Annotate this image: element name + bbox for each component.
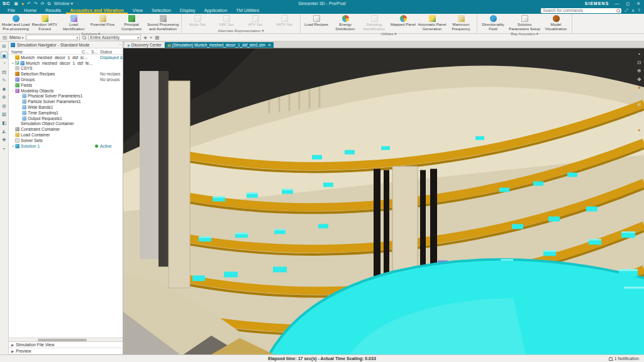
maximum-frequency-report-button[interactable]: Maximum Frequency Report bbox=[447, 14, 475, 31]
tab-discovery-center[interactable]: ◈ Discovery Center bbox=[125, 42, 164, 48]
scrollbar-thumb[interactable] bbox=[38, 339, 87, 341]
navigator-column-headers[interactable]: Name C... S... Status bbox=[9, 48, 123, 55]
command-search-input[interactable] bbox=[543, 8, 614, 13]
undock-panel-icon[interactable]: ▫ bbox=[119, 43, 121, 47]
tab-tm-utilities[interactable]: TM Utilities bbox=[232, 7, 263, 14]
minimize-ribbon-icon[interactable]: ∧ bbox=[631, 8, 635, 13]
tree-row-load-container[interactable]: Load Container bbox=[9, 132, 123, 138]
viewport-3d-scene[interactable]: • ⊡ ⊕ ✥ ● ◫ ⊞ ◎ ◔ ✦ bbox=[123, 48, 644, 354]
expander[interactable]: − bbox=[11, 89, 15, 92]
notification-button[interactable]: 1 Notification bbox=[609, 356, 644, 361]
group-label-utilities[interactable]: Utilities ▾ bbox=[302, 31, 475, 36]
toolbar-search-icon[interactable] bbox=[82, 36, 86, 39]
close-button[interactable]: ✕ bbox=[635, 1, 641, 6]
tab-display[interactable]: Display bbox=[176, 7, 199, 14]
xy-function-navigator-icon[interactable]: ▤ bbox=[1, 69, 8, 75]
show-hide-icon[interactable]: ▦ bbox=[155, 35, 159, 40]
save-icon[interactable]: ● bbox=[21, 1, 24, 6]
mode-set-button[interactable]: Mode Set bbox=[183, 14, 212, 27]
atv-set-button[interactable]: ATV Set bbox=[241, 14, 270, 27]
undo-icon[interactable]: ↶ bbox=[27, 1, 31, 6]
command-search-box[interactable] bbox=[541, 8, 621, 13]
mapped-panel-button[interactable]: Mapped Panel bbox=[389, 14, 418, 27]
fit-view-icon[interactable]: ⊡ bbox=[636, 59, 643, 66]
tab-home[interactable]: Home bbox=[20, 7, 40, 14]
principal-component-button[interactable]: Principal Component bbox=[117, 14, 146, 31]
constraint-navigator-icon[interactable]: ⊕ bbox=[1, 94, 8, 101]
zoom-icon[interactable]: ⊕ bbox=[636, 67, 643, 74]
tree-row-output-requests[interactable]: Output Requests1 bbox=[9, 116, 123, 121]
search-icon[interactable] bbox=[616, 9, 619, 12]
minimize-button[interactable]: — bbox=[613, 1, 620, 6]
energy-distribution-table-button[interactable]: Energy Distribution Table bbox=[331, 14, 360, 31]
tree-row-constraint-container[interactable]: Constraint Container bbox=[9, 126, 123, 132]
tree-row-fields[interactable]: Fields bbox=[9, 82, 123, 88]
perspective-icon[interactable]: ◎ bbox=[636, 110, 643, 117]
damping-identification-button[interactable]: Damping Identification bbox=[360, 14, 389, 31]
sound-processing-auralization-button[interactable]: Sound Processing and Auralization bbox=[146, 14, 180, 31]
tab-simulation-document[interactable]: ▤ (Simulation) Munich_meshed_decor_1_dsf… bbox=[165, 42, 274, 48]
frf-set-button[interactable]: FRF Set bbox=[212, 14, 241, 27]
part-navigator-icon[interactable]: ✎ bbox=[1, 77, 8, 84]
expander[interactable]: + bbox=[11, 144, 15, 148]
tab-selection[interactable]: Selection bbox=[148, 7, 175, 14]
tree-row-csys[interactable]: CSYS bbox=[9, 66, 123, 72]
redo-icon[interactable]: ↷ bbox=[34, 1, 38, 6]
tab-results[interactable]: Results bbox=[42, 7, 65, 14]
selection-filter-combo[interactable]: ▾ bbox=[26, 35, 80, 40]
reuse-library-icon[interactable]: ▧ bbox=[1, 111, 8, 118]
tree-row-selection-recipes[interactable]: Selection Recipes No recipes bbox=[9, 71, 123, 77]
materials-icon[interactable]: ◍ bbox=[1, 102, 8, 109]
model-visualization-button[interactable]: Model Visualization bbox=[541, 14, 570, 31]
tree-row-particle-solver-parameters[interactable]: Particle Solver Parameters1 bbox=[9, 99, 123, 104]
simulation-file-view-section[interactable]: ▶ Simulation File View bbox=[9, 342, 123, 348]
help-icon[interactable]: ? bbox=[638, 8, 640, 13]
tree-row-solution-1[interactable]: + Solution 1 Active bbox=[9, 143, 123, 149]
tree-row-sim-file[interactable]: Munich_meshed_decor_1_dsf_sim1.sim Displ… bbox=[9, 55, 123, 60]
directionality-field-button[interactable]: Directionality Field bbox=[479, 14, 508, 31]
potential-flow-button[interactable]: Potential Flow bbox=[88, 14, 117, 27]
load-identification-button[interactable]: Load Identification bbox=[59, 14, 88, 31]
tree-row-modeling-objects[interactable]: − Modeling Objects bbox=[9, 88, 123, 94]
tree-row-groups[interactable]: Groups No groups bbox=[9, 77, 123, 82]
post-processing-navigator-icon[interactable]: ◔ bbox=[1, 60, 8, 67]
selection-scope-combo[interactable]: Entire Assembly▾ bbox=[88, 35, 141, 40]
render-style-icon[interactable]: ✦ bbox=[636, 127, 643, 134]
tree-row-physical-solver-parameters[interactable]: Physical Solver Parameters1 bbox=[9, 94, 123, 99]
load-recipes-button[interactable]: Load Recipes bbox=[302, 14, 331, 27]
wireframe-icon[interactable]: ⊞ bbox=[636, 101, 643, 108]
restore-button[interactable]: ◻ bbox=[625, 1, 631, 6]
tab-application[interactable]: Application bbox=[200, 7, 231, 14]
highlight-selection-icon[interactable]: ◈ bbox=[143, 35, 147, 40]
snap-point-icon[interactable]: ⌖ bbox=[150, 35, 152, 41]
concert-hall-model[interactable] bbox=[123, 48, 644, 354]
history-icon[interactable]: ◧ bbox=[1, 119, 8, 126]
tree-row-time-sampling[interactable]: Time Sampling1 bbox=[9, 110, 123, 116]
close-tab-icon[interactable]: ✕ bbox=[268, 43, 271, 48]
random-vatv-forced-response-button[interactable]: Random VATV Forced Response bbox=[30, 14, 59, 31]
repeat-command-icon[interactable]: ⟳ bbox=[41, 1, 45, 6]
qat-customize-icon[interactable]: ▾ bbox=[76, 2, 78, 6]
tab-acoustics-and-vibration[interactable]: Acoustics and Vibration bbox=[66, 7, 128, 14]
vatv-set-button[interactable]: VATV Set bbox=[270, 14, 299, 27]
view-manipulation-icon[interactable]: • bbox=[636, 50, 643, 57]
pan-icon[interactable]: ✥ bbox=[636, 76, 643, 83]
group-label-alternate-representation[interactable]: Alternate Representation ▾ bbox=[183, 28, 299, 33]
tree-row-simulation-object-container[interactable]: Simulation Object Container bbox=[9, 121, 123, 127]
notifications-panel-icon[interactable]: ◒ bbox=[1, 145, 8, 151]
assembly-navigator-icon[interactable]: ◆ bbox=[1, 85, 8, 92]
copy-display-icon[interactable]: ⧉ bbox=[48, 1, 51, 6]
tab-file[interactable]: File bbox=[4, 7, 19, 14]
navigator-horizontal-scrollbar[interactable] bbox=[9, 337, 123, 341]
simulation-navigator-icon[interactable]: ▣ bbox=[1, 52, 8, 58]
group-label-ray-acoustics[interactable]: Ray Acoustics ▾ bbox=[479, 31, 570, 36]
tree-row-solver-sets[interactable]: Solver Sets bbox=[9, 138, 123, 143]
preview-section[interactable]: ▶ Preview bbox=[9, 348, 123, 354]
expand-window-icon[interactable]: ⤢ bbox=[625, 8, 628, 13]
section-view-icon[interactable]: ◔ bbox=[636, 118, 643, 125]
expander[interactable]: + bbox=[11, 61, 15, 65]
solver-view-icon[interactable]: ◭ bbox=[1, 128, 8, 134]
tab-view[interactable]: View bbox=[129, 7, 147, 14]
automatic-panel-generation-button[interactable]: Automatic Panel Generation bbox=[418, 14, 447, 31]
tree-row-fem-file[interactable]: + Munich_meshed_decor_1_dsf_fem1.fem bbox=[9, 60, 123, 66]
